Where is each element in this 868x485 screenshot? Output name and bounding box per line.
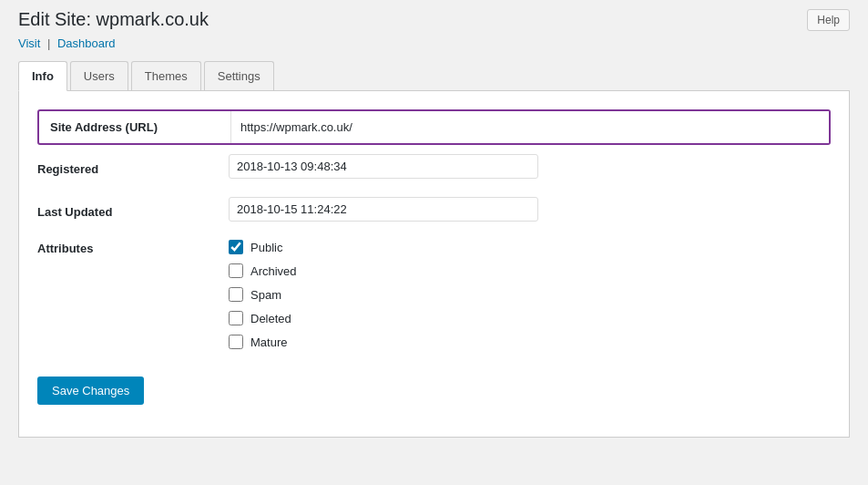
last-updated-input[interactable]: [229, 197, 538, 222]
checkbox-mature-input[interactable]: [229, 335, 243, 349]
page-wrapper: Edit Site: wpmark.co.uk Help Visit | Das…: [0, 0, 868, 456]
visit-link[interactable]: Visit: [18, 36, 40, 50]
breadcrumb-separator: |: [47, 36, 50, 50]
registered-label: Registered: [37, 158, 229, 176]
site-address-row: Site Address (URL): [37, 109, 831, 145]
help-button[interactable]: Help: [807, 9, 850, 31]
checkbox-spam[interactable]: Spam: [229, 287, 297, 302]
registered-field: [229, 154, 831, 179]
checkbox-spam-label: Spam: [250, 288, 281, 302]
tabs-container: Info Users Themes Settings: [18, 61, 850, 91]
attributes-row: Attributes Public Archived Spam Deleted: [37, 231, 831, 358]
page-title: Edit Site: wpmark.co.uk: [18, 9, 209, 30]
tab-settings[interactable]: Settings: [204, 61, 274, 90]
checkbox-deleted-label: Deleted: [250, 312, 291, 325]
attributes-checkboxes: Public Archived Spam Deleted Mature: [229, 240, 297, 349]
save-button[interactable]: Save Changes: [37, 377, 144, 405]
tab-themes[interactable]: Themes: [131, 61, 201, 90]
checkbox-deleted[interactable]: Deleted: [229, 311, 297, 325]
site-address-input[interactable]: [230, 111, 829, 143]
checkbox-spam-input[interactable]: [229, 287, 243, 302]
checkbox-archived-label: Archived: [250, 264, 297, 278]
tab-info[interactable]: Info: [18, 61, 67, 91]
checkbox-mature-label: Mature: [250, 335, 287, 349]
breadcrumb: Visit | Dashboard: [18, 36, 850, 50]
registered-row: Registered: [37, 145, 831, 188]
registered-input[interactable]: [229, 154, 538, 179]
site-address-label: Site Address (URL): [39, 111, 230, 143]
checkbox-archived[interactable]: Archived: [229, 263, 297, 278]
last-updated-field: [229, 197, 831, 222]
checkbox-mature[interactable]: Mature: [229, 335, 297, 349]
checkbox-deleted-input[interactable]: [229, 311, 243, 325]
checkbox-public-label: Public: [250, 241, 282, 254]
checkbox-archived-input[interactable]: [229, 263, 243, 278]
content-area: Site Address (URL) Registered Last Updat…: [18, 91, 850, 438]
tab-users[interactable]: Users: [70, 61, 128, 90]
last-updated-row: Last Updated: [37, 188, 831, 231]
last-updated-label: Last Updated: [37, 201, 229, 219]
dashboard-link[interactable]: Dashboard: [57, 36, 116, 50]
checkbox-public-input[interactable]: [229, 240, 243, 254]
checkbox-public[interactable]: Public: [229, 240, 297, 254]
title-row: Edit Site: wpmark.co.uk Help: [18, 9, 850, 31]
attributes-label: Attributes: [37, 240, 229, 255]
